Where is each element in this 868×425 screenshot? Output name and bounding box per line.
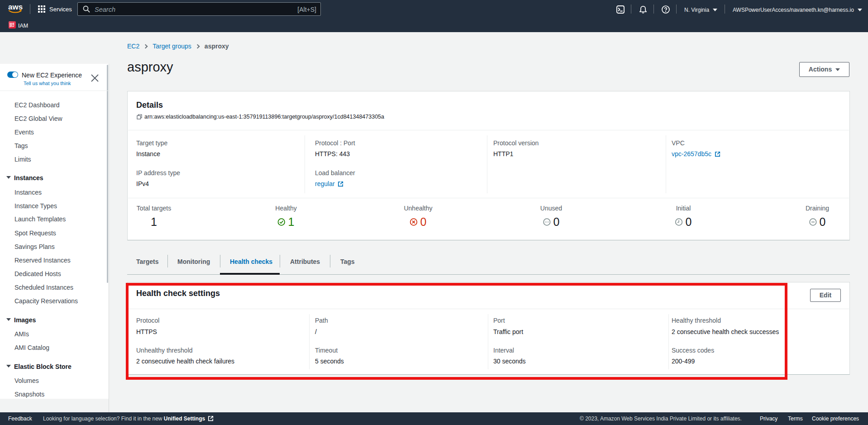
svg-text:aws: aws	[8, 3, 23, 11]
